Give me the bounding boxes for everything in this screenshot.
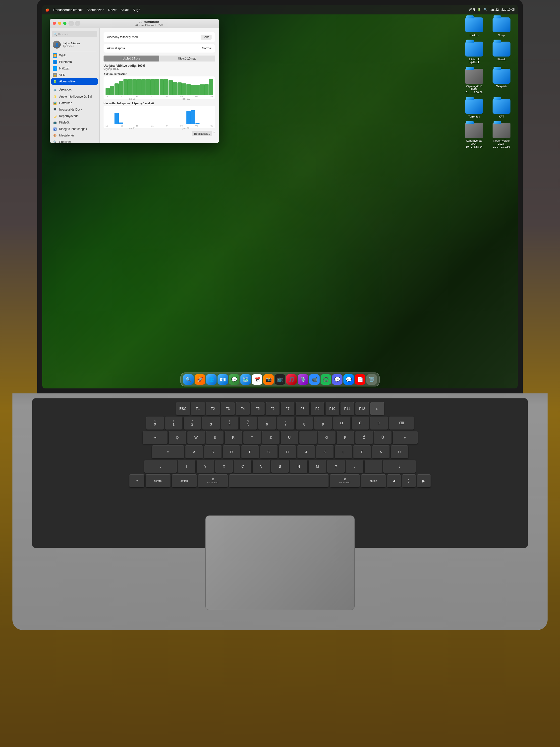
tab-10d[interactable]: Utolsó 10 nap <box>159 55 215 61</box>
key-f7[interactable]: F7 <box>281 402 294 415</box>
key-dash[interactable]: — <box>365 460 382 473</box>
key-r[interactable]: R <box>225 431 242 444</box>
key-f2[interactable]: F2 <box>206 402 220 415</box>
key-control[interactable]: control <box>145 474 170 487</box>
dock-maps[interactable]: 🗺️ <box>240 374 251 385</box>
battery-icon[interactable]: 🔋 <box>477 8 481 11</box>
key-y[interactable]: Y <box>196 460 214 473</box>
dock-music[interactable]: 🎵 <box>286 374 297 385</box>
key-w[interactable]: W <box>187 431 205 444</box>
key-h[interactable]: H <box>279 445 296 458</box>
key-f9[interactable]: F9 <box>311 402 324 415</box>
key-q[interactable]: Q <box>169 431 186 444</box>
key-backspace[interactable]: ⌫ <box>389 417 414 430</box>
desktop-icon-torrentek[interactable]: Torrentek <box>463 99 485 118</box>
key-z[interactable]: Z <box>262 431 279 444</box>
key-f4[interactable]: F4 <box>236 402 250 415</box>
window-close-button[interactable] <box>53 22 56 25</box>
key-i-acute[interactable]: Í <box>178 460 195 473</box>
key-tab[interactable]: ⇥ <box>142 431 167 444</box>
dock-podcasts[interactable]: 🎙️ <box>298 374 308 385</box>
key-t[interactable]: T <box>243 431 261 444</box>
dock-photos[interactable]: 📸 <box>263 374 274 385</box>
key-6[interactable]: /6 <box>258 417 276 430</box>
key-2[interactable]: "2 <box>184 417 201 430</box>
key-o-acute[interactable]: Ó <box>370 417 388 430</box>
sidebar-item-spotlight[interactable]: 🔍 Spotlight <box>50 139 99 143</box>
key-f3[interactable]: F3 <box>221 402 235 415</box>
key-9[interactable]: )9 <box>314 417 332 430</box>
key-f12[interactable]: F12 <box>355 402 369 415</box>
key-u[interactable]: U <box>281 431 298 444</box>
trackpad[interactable] <box>205 515 355 610</box>
sidebar-item-altalanos[interactable]: ⚙️ Általános <box>50 87 99 93</box>
settings-button[interactable]: Beállítások... <box>192 131 212 136</box>
key-question[interactable]: ? <box>327 460 345 473</box>
sidebar-item-wifi[interactable]: 📶 Wi-Fi <box>50 52 99 59</box>
dock-trash[interactable]: 🗑️ <box>366 374 377 385</box>
menu-ablak[interactable]: Ablak <box>121 8 129 12</box>
key-u-double-acute[interactable]: Ű <box>391 445 408 458</box>
key-colon[interactable]: : <box>346 460 364 473</box>
key-a-acute[interactable]: Á <box>372 445 390 458</box>
dock-safari[interactable]: 🌐 <box>206 374 216 385</box>
key-esc[interactable]: ESC <box>176 402 190 415</box>
nav-forward-button[interactable]: › <box>75 21 80 26</box>
settings-help-icon[interactable]: ? <box>213 131 215 136</box>
desktop-icon-kft[interactable]: KFT <box>490 99 513 118</box>
low-power-dropdown[interactable]: Soha <box>201 34 212 40</box>
sidebar-item-kijelzok[interactable]: 📺 Kijelzők <box>50 119 99 126</box>
apple-menu[interactable]: 🍎 <box>45 8 49 12</box>
key-s[interactable]: S <box>204 445 221 458</box>
tab-24h[interactable]: Utolsó 24 óra <box>104 55 159 61</box>
key-arrow-left[interactable]: ◀ <box>387 474 401 487</box>
key-command-right[interactable]: ⌘ command <box>330 474 359 487</box>
dock-calendar[interactable]: 📅 <box>252 374 262 385</box>
key-o-double-acute[interactable]: Ő <box>355 431 373 444</box>
dock-zoom[interactable]: 📹 <box>309 374 320 385</box>
desktop-icon-elkeszult[interactable]: Elkészült rajzlások <box>463 42 485 64</box>
key-v[interactable]: V <box>252 460 270 473</box>
key-7[interactable]: =7 <box>277 417 294 430</box>
menu-sugo[interactable]: Súgó <box>133 8 140 12</box>
sidebar-item-kisegito[interactable]: ♿ Kisegítő lehetőségek <box>50 126 99 132</box>
key-f1[interactable]: F1 <box>191 402 205 415</box>
key-option-left[interactable]: option <box>172 474 196 487</box>
key-space[interactable] <box>229 474 328 487</box>
dock-spotify[interactable]: 🎧 <box>321 374 331 385</box>
user-profile[interactable]: 👤 Lajos Sándor Apple-fiók <box>50 39 99 50</box>
key-n[interactable]: N <box>290 460 308 473</box>
key-shift-right[interactable]: ⇧ <box>383 460 416 473</box>
key-arrow-right[interactable]: ▶ <box>417 474 431 487</box>
key-4[interactable]: !4 <box>221 417 238 430</box>
search-icon[interactable]: 🔍 <box>484 8 487 11</box>
key-x[interactable]: X <box>215 460 233 473</box>
key-8[interactable]: (8 <box>296 417 313 430</box>
key-o-umlaut[interactable]: Ö <box>333 417 350 430</box>
key-j[interactable]: J <box>297 445 315 458</box>
sidebar-search[interactable]: 🔍 Keresés <box>52 31 97 37</box>
desktop-icon-screenshot1[interactable]: Képernyőfotó 2025-01-..._8.58.08 <box>463 69 485 94</box>
dock-appletv[interactable]: 📺 <box>275 374 285 385</box>
sidebar-item-megjelenes[interactable]: 🎨 Megjelenés <box>50 132 99 139</box>
desktop-icon-sanyi[interactable]: Sanyi <box>490 18 513 36</box>
sidebar-item-bluetooth[interactable]: 🔵 Bluetooth <box>50 59 99 65</box>
key-shift-left[interactable]: ⇧ <box>144 460 177 473</box>
dock-acrobat[interactable]: 📄 <box>355 374 365 385</box>
key-3[interactable]: +3 <box>202 417 220 430</box>
key-f[interactable]: F <box>241 445 259 458</box>
key-k[interactable]: K <box>316 445 334 458</box>
key-l[interactable]: L <box>335 445 352 458</box>
key-f6[interactable]: F6 <box>266 402 279 415</box>
sidebar-item-hatterkep[interactable]: 🖼️ Háttérkép <box>50 100 99 106</box>
sidebar-item-kepernyo-vedo[interactable]: 🌙 Képernyővédő <box>50 113 99 119</box>
key-u-acute[interactable]: Ú <box>374 431 392 444</box>
key-f11[interactable]: F11 <box>341 402 354 415</box>
wifi-icon[interactable]: WiFi <box>469 8 475 11</box>
key-o[interactable]: O <box>318 431 336 444</box>
key-capslock[interactable]: ⇪ <box>152 445 184 458</box>
nav-back-button[interactable]: ‹ <box>69 21 74 26</box>
sidebar-item-siri[interactable]: ✨ Apple Intelligence és Siri <box>50 93 99 100</box>
menu-nezet[interactable]: Nézet <box>108 8 117 12</box>
key-fn[interactable]: fn <box>129 474 144 487</box>
